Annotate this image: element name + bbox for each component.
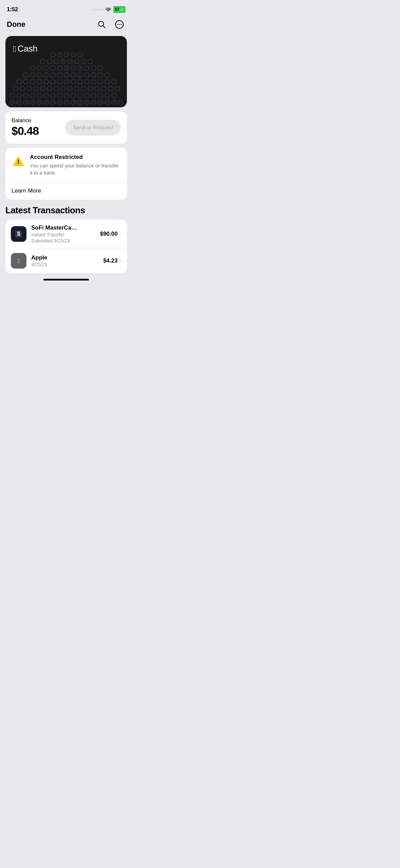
svg-point-45 — [54, 86, 59, 91]
svg-point-44 — [47, 86, 52, 91]
transaction-details: SoFi MasterCa… Instant Transfer Submitte… — [31, 224, 95, 243]
svg-text:↗: ↗ — [65, 101, 68, 104]
svg-point-34 — [84, 93, 89, 98]
svg-point-37 — [105, 93, 110, 98]
svg-point-55 — [17, 79, 21, 84]
svg-point-36 — [98, 93, 103, 98]
svg-text:↗: ↗ — [38, 101, 41, 104]
svg-point-85 — [44, 66, 49, 71]
transaction-amount: $90.00 — [100, 231, 118, 237]
svg-text:↗: ↗ — [69, 60, 71, 63]
svg-point-86 — [51, 66, 55, 71]
svg-point-73 — [44, 73, 49, 77]
svg-point-99 — [74, 59, 79, 64]
svg-point-72 — [37, 73, 42, 77]
svg-point-69 — [112, 79, 116, 84]
done-button[interactable]: Done — [7, 20, 25, 29]
svg-point-84 — [37, 66, 42, 71]
restricted-content: ! Account Restricted You can spend your … — [5, 148, 127, 182]
svg-point-39 — [13, 86, 18, 91]
transaction-amount: $4.23 — [103, 257, 118, 264]
svg-point-60 — [51, 79, 55, 84]
svg-point-49 — [81, 86, 86, 91]
svg-text:↗: ↗ — [65, 53, 68, 56]
svg-point-59 — [44, 79, 49, 84]
svg-point-79 — [84, 73, 89, 77]
card-brand-name: Cash — [18, 43, 38, 54]
restricted-text: Account Restricted You can spend your ba… — [30, 154, 121, 176]
svg-text:↗: ↗ — [99, 101, 102, 104]
svg-point-54 — [115, 86, 120, 91]
svg-point-58 — [37, 79, 42, 84]
svg-text:↗: ↗ — [113, 101, 115, 104]
svg-text:↗: ↗ — [59, 101, 61, 104]
svg-point-67 — [98, 79, 103, 84]
svg-point-102 — [51, 52, 55, 57]
svg-point-81 — [98, 73, 103, 77]
transaction-right: $4.23 › — [103, 257, 121, 264]
svg-point-35 — [91, 93, 96, 98]
signal-icon — [93, 9, 103, 11]
svg-point-57 — [30, 79, 35, 84]
svg-text:↗: ↗ — [120, 101, 122, 104]
svg-point-100 — [81, 59, 86, 64]
svg-point-64 — [78, 79, 82, 84]
status-icons: 57 ⚡ — [93, 6, 126, 13]
svg-point-94 — [40, 59, 45, 64]
svg-text::  — [18, 257, 20, 264]
svg-text:↗: ↗ — [32, 101, 34, 104]
svg-text:↗: ↗ — [62, 60, 64, 63]
svg-point-78 — [78, 73, 82, 77]
svg-point-92 — [91, 66, 96, 71]
svg-text:↗: ↗ — [25, 101, 27, 104]
svg-point-95 — [47, 59, 52, 64]
svg-point-91 — [84, 66, 89, 71]
home-indicator — [0, 273, 132, 283]
svg-point-23 — [10, 93, 15, 98]
svg-point-50 — [88, 86, 93, 91]
svg-point-27 — [37, 93, 42, 98]
apple-cash-card: ↗↗↗↗↗↗↗↗↗↗↗↗↗↗↗↗↗ ↗↗↗ ↗↗ ↗↗↗  Cash — [5, 36, 127, 107]
svg-point-68 — [105, 79, 110, 84]
svg-point-93 — [98, 66, 103, 71]
battery-indicator: 57 ⚡ — [113, 6, 126, 13]
svg-text:↗: ↗ — [18, 101, 20, 104]
svg-point-62 — [64, 79, 69, 84]
svg-text:!: ! — [17, 159, 19, 165]
svg-point-63 — [71, 79, 76, 84]
balance-label: Balance — [12, 117, 39, 124]
apple-transaction-icon:  — [11, 253, 26, 269]
transaction-sub2: Submitted 9/25/23 — [31, 238, 95, 243]
svg-text:↗: ↗ — [72, 53, 75, 56]
battery-bolt-icon: ⚡ — [120, 8, 124, 12]
more-options-button[interactable] — [113, 18, 126, 31]
svg-point-25 — [23, 93, 28, 98]
svg-point-61 — [57, 79, 62, 84]
svg-text:↗: ↗ — [59, 53, 61, 56]
svg-point-83 — [30, 66, 35, 71]
svg-point-48 — [74, 86, 79, 91]
table-row[interactable]:  Apple 9/25/23 $4.23 › — [5, 248, 127, 273]
svg-point-65 — [84, 79, 89, 84]
balance-amount: $0.48 — [12, 124, 39, 138]
svg-point-77 — [71, 73, 76, 77]
svg-point-40 — [20, 86, 25, 91]
chevron-right-icon: › — [120, 231, 121, 237]
svg-text:↗: ↗ — [86, 101, 88, 104]
balance-section: Balance $0.48 Send or Request — [5, 111, 127, 144]
svg-point-29 — [51, 93, 55, 98]
send-request-button[interactable]: Send or Request — [65, 120, 121, 135]
search-button[interactable] — [96, 18, 108, 31]
table-row[interactable]: $ SoFi MasterCa… Instant Transfer Submit… — [5, 220, 127, 248]
svg-point-101 — [88, 59, 93, 64]
transaction-name: SoFi MasterCa… — [31, 224, 95, 231]
svg-text:↗: ↗ — [11, 101, 14, 104]
learn-more-button[interactable]: Learn More — [5, 182, 127, 200]
transaction-name: Apple — [31, 254, 98, 261]
svg-text:↗: ↗ — [79, 67, 81, 70]
account-restricted-section: ! Account Restricted You can spend your … — [5, 148, 127, 200]
svg-point-71 — [30, 73, 35, 77]
card-logo:  Cash — [13, 43, 37, 54]
chevron-right-icon: › — [120, 258, 121, 264]
nav-action-icons — [96, 18, 126, 31]
